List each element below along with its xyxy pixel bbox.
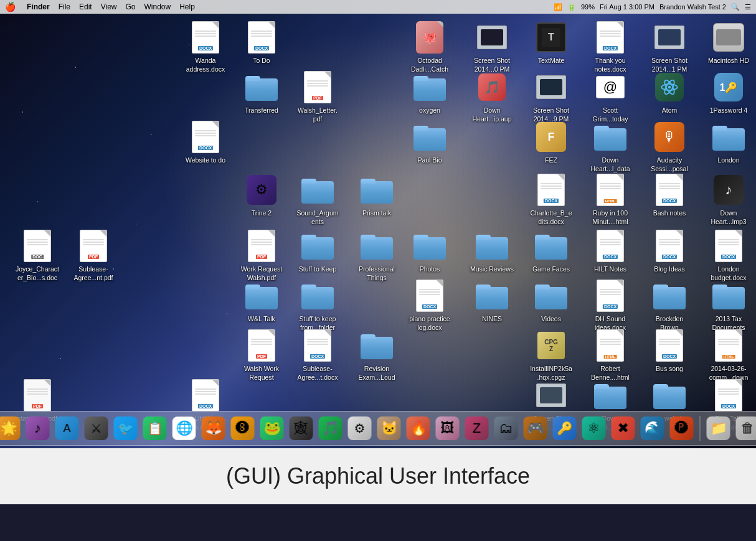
menu-file[interactable]: File [59, 2, 70, 11]
dock-app-2[interactable]: 🌟 [0, 415, 22, 442]
dock-app-11[interactable]: 🐸 [258, 415, 286, 442]
icon-wanda-address[interactable]: DOCX Wanda address.docx [181, 20, 230, 74]
dock-app-12[interactable]: 🕸 [288, 415, 315, 442]
dock-app-15[interactable]: 🐱 [376, 415, 403, 442]
dock-firefox[interactable]: 🦊 [200, 415, 227, 442]
icon-dh-sound-ideas[interactable]: DOCX DH Sound ideas.docx [585, 278, 635, 332]
dock-app-24[interactable]: 🌊 [639, 415, 666, 442]
icon-bus-song[interactable]: DOCX Bus song [645, 328, 694, 374]
icon-screenshot-1[interactable]: Screen Shot 2014...0 PM [467, 20, 517, 74]
icon-blog-ideas[interactable]: DOCX Blog Ideas [645, 228, 694, 275]
icon-down-heart-data[interactable]: Down Heart...l_data [585, 120, 635, 174]
icon-robert-benne[interactable]: HTML Robert Benne....html [585, 328, 635, 382]
icon-game-faces[interactable]: Game Faces [526, 228, 576, 275]
icon-photos[interactable]: Photos [405, 228, 455, 275]
search-icon[interactable]: 🔍 [731, 3, 740, 11]
icon-oxygen[interactable]: oxygën [405, 70, 455, 116]
icon-stuff-to-keep-from[interactable]: Stuff to keep from...folder [293, 278, 343, 332]
icon-install-inp2k5a[interactable]: CPGZ InstallINP2k5a .hqx.cpgz [526, 328, 576, 382]
apple-menu[interactable]: 🍎 [5, 2, 16, 12]
icon-hilt-notes[interactable]: DOCX HILT Notes [585, 228, 635, 275]
list-icon[interactable]: ☰ [745, 3, 751, 11]
icon-work-request-walsh[interactable]: PDF Work Request Walsh.pdf [237, 228, 286, 283]
dock-app-17[interactable]: 🖼 [434, 415, 461, 442]
icon-to-do[interactable]: DOCX To Do [237, 20, 286, 66]
dock-app-22[interactable]: ⚛ [580, 415, 608, 442]
dock-app-16[interactable]: 🔥 [405, 415, 432, 442]
icon-walsh-work-request[interactable]: PDF Walsh Work Request [237, 328, 286, 382]
icon-paul-bio[interactable]: Paul Bio [405, 120, 455, 166]
dock-chrome[interactable]: 🌐 [171, 415, 198, 442]
icon-macintosh-hd[interactable]: Macintosh HD [704, 20, 754, 66]
icon-octodad[interactable]: 🐙 Octodad Dadli...Catch [405, 20, 455, 74]
icon-london[interactable]: London [704, 120, 754, 166]
icon-1password[interactable]: 1🔑 1Password 4 [704, 70, 754, 116]
icon-walsh-letter[interactable]: PDF Walsh_Letter. pdf [293, 70, 343, 124]
dock-app-7[interactable]: 📋 [141, 415, 169, 442]
dock-app-20[interactable]: 🎮 [522, 415, 549, 442]
icon-stuff-to-keep[interactable]: Stuff to Keep [293, 228, 343, 275]
icon-music-reviews[interactable]: Music Reviews [467, 228, 517, 275]
dock-itunes[interactable]: ♪ [24, 415, 52, 442]
icon-videos[interactable]: Videos [526, 278, 576, 324]
dock-finder-icon[interactable]: 📁 [705, 415, 732, 442]
icon-textmate[interactable]: T TextMate [526, 20, 576, 66]
menu-help[interactable]: Help [179, 2, 195, 11]
dock-app-23[interactable]: ✖ [610, 415, 637, 442]
icon-2013-tax[interactable]: 2013 Tax Documents [704, 278, 754, 332]
dock-app-5[interactable]: ⚔ [83, 415, 110, 442]
icon-audacity[interactable]: 🎙 Audacity Sessi...posal [645, 120, 694, 174]
icon-sublease-agree[interactable]: PDF Sublease- Agree...nt.pdf [69, 228, 118, 283]
username: Brandon Walsh Test 2 [659, 3, 726, 11]
dock-app-10[interactable]: 🅢 [229, 415, 257, 442]
menu-finder[interactable]: Finder [27, 2, 50, 11]
icon-atom[interactable]: Atom [645, 70, 694, 116]
icon-trine-2[interactable]: ⚙ Trine 2 [237, 172, 286, 219]
caption: (GUI) Graphical User Interface [0, 448, 756, 504]
dock-app-19[interactable]: 🗂 [493, 415, 520, 442]
icon-brockden-brown[interactable]: Brockden Brown [645, 278, 694, 332]
menu-window[interactable]: Window [144, 2, 171, 11]
icon-transferred[interactable]: Transferred [237, 70, 286, 116]
icon-scott-grim[interactable]: @ Scott Grim...today [585, 70, 635, 124]
icon-revision-exam[interactable]: Revision Exam...Loud [352, 328, 402, 382]
dock-appstore[interactable]: A [54, 415, 81, 442]
dock-1password-dock[interactable]: 🔑 [551, 415, 579, 442]
wifi-icon: 📶 [554, 3, 562, 11]
dock-app-14[interactable]: ⚙ [346, 415, 374, 442]
icon-nines[interactable]: NINES [467, 278, 517, 324]
icon-sound-arguments[interactable]: Sound_Argum ents [293, 172, 343, 227]
icon-london-budget[interactable]: DOCX London budget.docx [704, 228, 754, 283]
icon-joyce-character[interactable]: DOC Joyce_Charact er_Bio...s.doc [12, 228, 62, 283]
battery-level: 99% [581, 3, 595, 11]
menu-edit[interactable]: Edit [79, 2, 92, 11]
icon-2014-03-26[interactable]: HTML 2014-03-26- comm...down [704, 328, 754, 382]
icon-bash-notes[interactable]: DOCX Bash notes [645, 172, 694, 219]
menubar-right: 📶 🔋 99% Fri Aug 1 3:00 PM Brandon Walsh … [554, 3, 751, 11]
dock-spotify[interactable]: 🎵 [317, 415, 344, 442]
icon-fez[interactable]: F FEZ [526, 120, 576, 166]
icon-wl-talk[interactable]: W&L Talk [237, 278, 286, 324]
dock-trash[interactable]: 🗑 [734, 415, 757, 442]
icon-prism-talk[interactable]: Prism talk [352, 172, 402, 219]
menu-view[interactable]: View [101, 2, 117, 11]
svg-point-3 [668, 86, 671, 88]
icon-ruby-100[interactable]: HTML Ruby in 100 Minut....html [585, 172, 635, 227]
dock-app-18[interactable]: Z [463, 415, 491, 442]
icon-thank-you-notes[interactable]: DOCX Thank you notes.docx [585, 20, 635, 74]
menu-go[interactable]: Go [126, 2, 136, 11]
datetime: Fri Aug 1 3:00 PM [600, 3, 654, 11]
icon-website-to-do[interactable]: DOCX Website to do [181, 120, 230, 166]
icon-professional-things[interactable]: Professional Things [352, 228, 402, 283]
icon-down-heart-aup[interactable]: 🎵 Down Heart...ip.aup [467, 70, 517, 124]
icon-charlotte-edits[interactable]: DOCX Charlotte_B_e dits.docx [526, 172, 576, 227]
menubar: 🍎 Finder File Edit View Go Window Help 📶… [0, 0, 756, 14]
icon-piano-practice[interactable]: DOCX piano practice log.docx [405, 278, 455, 332]
icon-sublease-agree2[interactable]: DOCX Sublease- Agree...t.docx [293, 328, 343, 382]
icon-screenshot-9pm[interactable]: Screen Shot 2014...9 PM [526, 70, 576, 124]
icon-down-heart-mp3[interactable]: ♪ Down Heart...lmp3 [704, 172, 754, 227]
dock-twitter[interactable]: 🐦 [112, 415, 139, 442]
dock: 🔵 🌟 ♪ A ⚔ 🐦 [0, 411, 756, 446]
icon-screenshot-2[interactable]: Screen Shot 2014...1 PM [645, 20, 694, 74]
dock-app-25[interactable]: 🅟 [668, 415, 696, 442]
